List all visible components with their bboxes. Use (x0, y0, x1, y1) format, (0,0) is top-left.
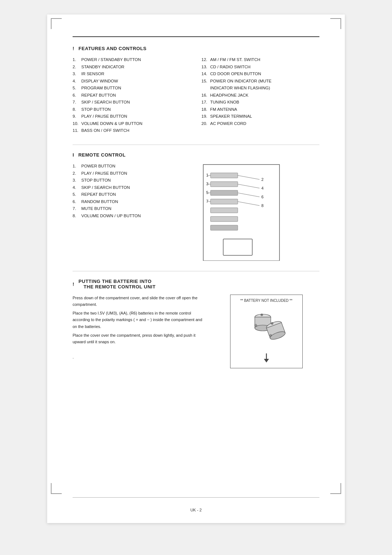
list-item: 8.STOP BUTTON (73, 106, 191, 113)
features-right-col: 12.AM / FM / FM ST. SWITCH 13.CD / RADIO… (201, 56, 319, 134)
list-item: 15.POWER ON INDICATOR (MUTE (201, 78, 319, 85)
corner-mark-bl (51, 483, 62, 494)
putting-left-col: Press down of the compartment cover, and… (73, 295, 203, 368)
list-item: 2.STANDBY INDICATOR (73, 64, 191, 71)
list-item: 6.REPEAT BUTTON (73, 92, 191, 99)
remote-section: I REMOTE CONTROL 1.POWER BUTTON 2.PLAY /… (73, 152, 319, 262)
list-item: 14.CD DOOR OPEN BUTTON (201, 70, 319, 78)
features-right-list: 12.AM / FM / FM ST. SWITCH 13.CD / RADIO… (201, 56, 319, 127)
putting-para-3: Place the cover over the compartment, pr… (73, 332, 203, 345)
svg-rect-7 (211, 225, 238, 230)
list-item: 5.PROGRAM BUTTON (73, 85, 191, 92)
svg-rect-5 (211, 208, 238, 213)
list-item: 17.TUNING KNOB (201, 99, 319, 106)
putting-title: PUTTING THE BATTERIE INTO THE REMOTE CON… (78, 279, 155, 289)
putting-columns: Press down of the compartment cover, and… (73, 295, 319, 368)
features-columns: 1.POWER / STANDABY BUTTON 2.STANDBY INDI… (73, 56, 319, 134)
battery-svg: ⊕ ⊖ ⊕ ⊖ (237, 306, 295, 364)
svg-text:⊖: ⊖ (254, 323, 257, 327)
remote-exclaim: I (73, 152, 74, 158)
svg-text:4: 4 (261, 186, 264, 190)
svg-text:2: 2 (261, 177, 264, 182)
list-item: INDICATOR WHEN FLASHING) (201, 85, 319, 92)
features-title: FEATURES AND CONTROLS (78, 46, 146, 51)
svg-rect-3 (211, 190, 238, 195)
corner-mark-br (330, 483, 341, 494)
list-item: 5.REPEAT BUTTON (73, 191, 191, 198)
svg-text:6: 6 (261, 195, 264, 199)
page-number: UK - 2 (190, 508, 201, 512)
page: ! FEATURES AND CONTROLS 1.POWER / STANDA… (47, 15, 345, 523)
features-left-list: 1.POWER / STANDABY BUTTON 2.STANDBY INDI… (73, 56, 191, 134)
features-exclaim: ! (73, 46, 74, 51)
svg-text:⊕: ⊕ (260, 313, 263, 317)
list-item: 9.PLAY / PAUSE BUTTON (73, 113, 191, 120)
list-item: 12.AM / FM / FM ST. SWITCH (201, 56, 319, 64)
list-item: 1.POWER / STANDABY BUTTON (73, 56, 191, 64)
putting-right-col: ** BATTERY NOT INCLUDED ** ⊕ ⊖ (213, 295, 320, 368)
features-left-col: 1.POWER / STANDABY BUTTON 2.STANDBY INDI… (73, 56, 191, 134)
list-item: 1.POWER BUTTON (73, 163, 191, 170)
remote-list: 1.POWER BUTTON 2.PLAY / PAUSE BUTTON 3.S… (73, 163, 191, 219)
battery-box: ** BATTERY NOT INCLUDED ** ⊕ ⊖ (230, 295, 303, 368)
list-item: 3.IR SENSOR (73, 70, 191, 78)
battery-label: ** BATTERY NOT INCLUDED ** (240, 299, 293, 303)
remote-title: REMOTE CONTROL (78, 152, 126, 158)
putting-header: ! PUTTING THE BATTERIE INTO THE REMOTE C… (73, 279, 319, 289)
list-item: 20.AC POWER CORD (201, 120, 319, 127)
putting-para-2: Place the two I.5V (UM3), (AA), (R6) bat… (73, 310, 203, 329)
list-item: 18.FM ANTENNA (201, 106, 319, 113)
svg-rect-24 (223, 239, 252, 255)
svg-text:7: 7 (206, 199, 208, 203)
list-item: 6.RANDOM BUTTON (73, 198, 191, 206)
top-rule (73, 36, 319, 37)
putting-exclaim: ! (73, 281, 74, 287)
putting-dot: . (73, 354, 203, 360)
svg-rect-1 (211, 173, 238, 178)
svg-rect-6 (211, 216, 238, 222)
list-item: 19.SPEAKER TERMINAL (201, 113, 319, 120)
putting-para-1: Press down of the compartment cover, and… (73, 295, 203, 308)
svg-text:3: 3 (206, 182, 208, 186)
page-wrapper: ! FEATURES AND CONTROLS 1.POWER / STANDA… (0, 0, 392, 555)
list-item: 7.MUTE BUTTON (73, 205, 191, 212)
svg-rect-2 (211, 182, 238, 187)
svg-text:8: 8 (261, 203, 264, 208)
putting-section: ! PUTTING THE BATTERIE INTO THE REMOTE C… (73, 279, 319, 368)
list-item: 11.BASS ON / OFF SWITCH (73, 127, 191, 134)
remote-svg: 1 3 5 7 2 4 6 8 (201, 163, 281, 261)
remote-columns: 1.POWER BUTTON 2.PLAY / PAUSE BUTTON 3.S… (73, 163, 319, 262)
section-divider-1 (73, 145, 319, 145)
list-item: 3.STOP BUTTON (73, 177, 191, 184)
section-divider-2 (73, 271, 319, 271)
svg-text:5: 5 (206, 190, 208, 195)
list-item: 2.PLAY / PAUSE BUTTON (73, 170, 191, 177)
list-item: 16.HEADPHONE JACK (201, 92, 319, 99)
list-item: 13.CD / RADIO SWITCH (201, 64, 319, 71)
remote-left-col: 1.POWER BUTTON 2.PLAY / PAUSE BUTTON 3.S… (73, 163, 191, 262)
list-item: 4.DISPLAY WINDOW (73, 78, 191, 85)
remote-diagram: 1 3 5 7 2 4 6 8 (201, 163, 281, 262)
list-item: 4.SKIP / SEARCH BUTTON (73, 184, 191, 191)
remote-right-col: 1 3 5 7 2 4 6 8 (201, 163, 319, 262)
features-header: ! FEATURES AND CONTROLS (73, 46, 319, 51)
list-item: 10.VOLUME DOWN & UP BUTTON (73, 120, 191, 127)
corner-mark-tr (330, 18, 341, 29)
corner-mark-tl (51, 18, 62, 29)
list-item: 7.SKIP / SEARCH BUTTON (73, 99, 191, 106)
remote-header: I REMOTE CONTROL (73, 152, 319, 158)
bottom-rule (73, 497, 319, 498)
svg-rect-4 (211, 199, 238, 204)
svg-text:1: 1 (206, 173, 208, 177)
list-item: 8.VOLUME DOWN / UP BUTTON (73, 212, 191, 220)
svg-marker-36 (264, 359, 269, 362)
